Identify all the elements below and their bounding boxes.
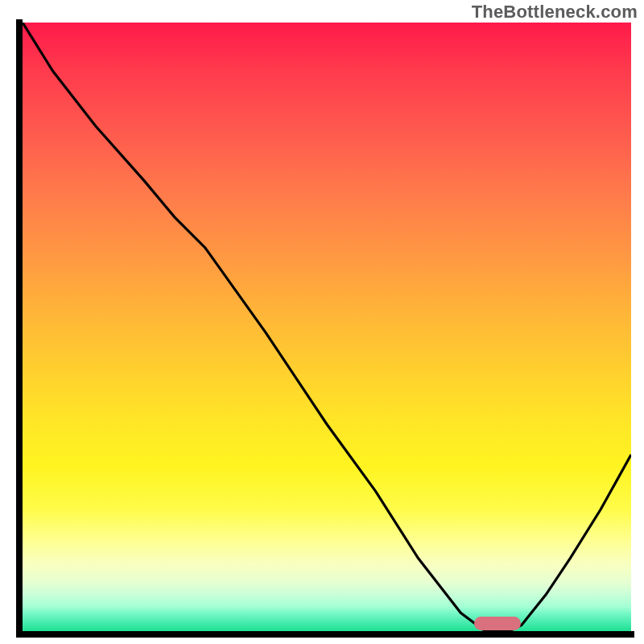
gradient-plot-background [23, 23, 631, 631]
watermark-text: TheBottleneck.com [472, 2, 638, 23]
x-axis [16, 631, 634, 638]
optimum-marker [474, 617, 521, 630]
y-axis [16, 19, 23, 634]
